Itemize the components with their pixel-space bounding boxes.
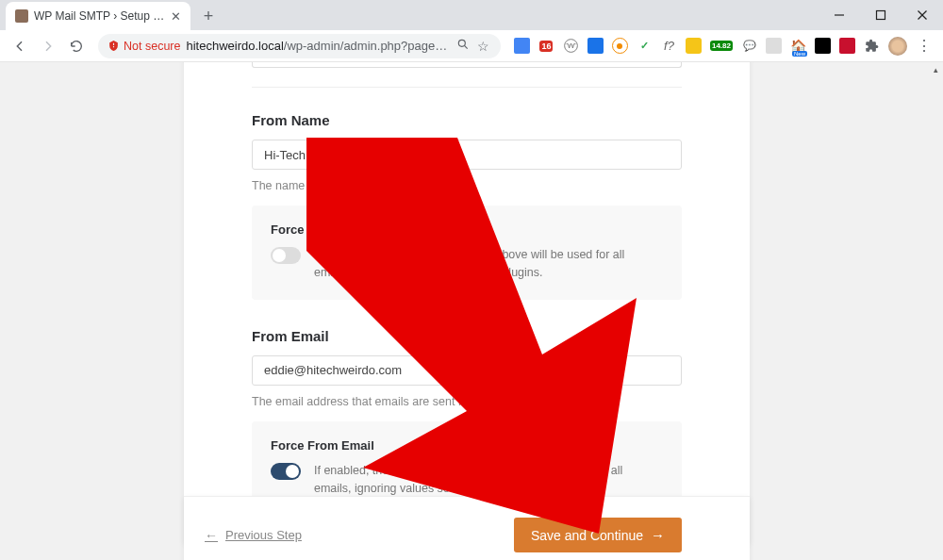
tab-bar: WP Mail SMTP › Setup Wizard ✕ + <box>0 0 943 30</box>
previous-step-label: Previous Step <box>225 528 302 542</box>
svg-line-5 <box>464 45 467 48</box>
extension-icon[interactable]: 14.82 <box>710 38 733 54</box>
search-in-page-icon[interactable] <box>455 38 471 54</box>
previous-step-link[interactable]: ← Previous Step <box>205 528 302 543</box>
forward-button[interactable] <box>36 34 60 58</box>
scrollbar[interactable]: ▴ <box>929 62 943 560</box>
browser-chrome: WP Mail SMTP › Setup Wizard ✕ + <box>0 0 943 62</box>
bookmark-icon[interactable]: ☆ <box>476 39 491 54</box>
extension-icon[interactable]: ✓ <box>637 38 653 54</box>
minimize-button[interactable] <box>819 0 860 30</box>
wizard-footer: ← Previous Step Save and Continue → <box>184 496 750 560</box>
profile-avatar[interactable] <box>888 37 907 56</box>
security-label: Not secure <box>124 40 180 53</box>
security-indicator[interactable]: Not secure <box>108 40 180 53</box>
browser-toolbar: Not secure hitechweirdo.local/wp-admin/a… <box>0 30 943 62</box>
close-icon[interactable]: ✕ <box>171 9 181 24</box>
extension-icon[interactable]: f? <box>661 38 677 54</box>
new-tab-button[interactable]: + <box>196 4 221 28</box>
svg-point-6 <box>565 40 578 53</box>
arrow-left-icon: ← <box>205 528 218 543</box>
svg-rect-1 <box>877 11 885 20</box>
force-from-name-title: Force From Name <box>271 222 663 237</box>
force-from-name-desc: If enabled, the From Name setting above … <box>314 246 663 283</box>
extension-icon[interactable]: 16 <box>538 38 554 54</box>
from-email-label: From Email <box>252 328 682 344</box>
page-viewport: From Name The name that emails are sent … <box>0 62 943 560</box>
extension-icon[interactable] <box>839 38 855 54</box>
setup-wizard-card: From Name The name that emails are sent … <box>184 62 750 544</box>
extensions-tray: 16 ✓ f? 14.82 💬 🏠 New ⋮ <box>510 37 935 56</box>
save-continue-button[interactable]: Save and Continue → <box>514 518 682 552</box>
maximize-button[interactable] <box>860 0 902 30</box>
favicon-icon <box>15 9 28 23</box>
force-from-email-title: Force From Email <box>271 438 663 453</box>
from-name-help: The name that emails are sent from. <box>252 179 682 192</box>
force-from-email-toggle[interactable] <box>271 463 301 480</box>
save-continue-label: Save and Continue <box>531 528 643 543</box>
arrow-right-icon: → <box>651 527 665 543</box>
force-from-name-box: Force From Name If enabled, the From Nam… <box>252 206 682 300</box>
svg-point-4 <box>458 40 465 46</box>
reload-button[interactable] <box>64 34 89 58</box>
extension-icon[interactable] <box>686 38 702 54</box>
extension-icon[interactable] <box>766 38 782 54</box>
window-controls <box>819 0 943 30</box>
extension-icon[interactable] <box>815 38 831 54</box>
url-text: hitechweirdo.local/wp-admin/admin.php?pa… <box>186 39 450 53</box>
extension-icon[interactable] <box>514 38 530 54</box>
extension-icon[interactable] <box>587 38 604 54</box>
divider <box>252 87 682 88</box>
back-button[interactable] <box>8 34 32 58</box>
browser-tab[interactable]: WP Mail SMTP › Setup Wizard ✕ <box>6 2 190 30</box>
kebab-menu-icon[interactable]: ⋮ <box>916 38 932 54</box>
prior-field-remnant <box>252 62 682 68</box>
from-email-input[interactable] <box>252 355 682 386</box>
extension-icon[interactable]: 🏠 New <box>790 38 806 54</box>
tab-title: WP Mail SMTP › Setup Wizard <box>34 9 165 23</box>
force-from-email-desc: If enabled, the From Email setting above… <box>314 462 663 499</box>
force-from-name-toggle[interactable] <box>271 247 301 264</box>
from-name-input[interactable] <box>252 140 682 170</box>
from-name-label: From Name <box>252 112 682 128</box>
wordpress-icon[interactable] <box>563 38 579 54</box>
extension-icon[interactable]: 💬 <box>741 38 757 54</box>
from-email-help: The email address that emails are sent f… <box>252 395 682 408</box>
extensions-puzzle-icon[interactable] <box>864 38 880 54</box>
extension-icon[interactable] <box>612 38 628 54</box>
close-window-button[interactable] <box>902 0 943 30</box>
scroll-up-icon[interactable]: ▴ <box>929 62 943 76</box>
address-bar[interactable]: Not secure hitechweirdo.local/wp-admin/a… <box>98 34 501 58</box>
